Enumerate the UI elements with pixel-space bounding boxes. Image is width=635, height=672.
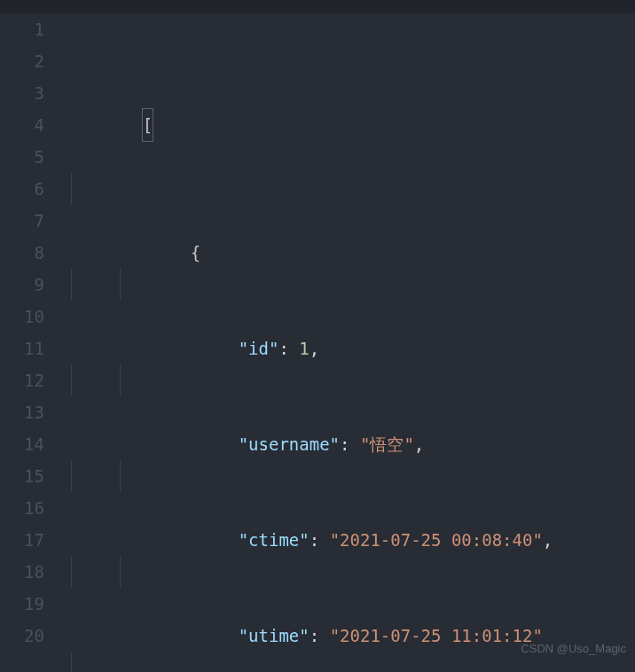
line-number: 3 bbox=[0, 77, 44, 109]
bracket-open: [ bbox=[142, 108, 153, 142]
line-number: 14 bbox=[0, 428, 44, 460]
line-number: 2 bbox=[0, 45, 44, 77]
line-number: 13 bbox=[0, 396, 44, 428]
json-key-id: "id" bbox=[239, 339, 279, 358]
line-number: 9 bbox=[0, 269, 44, 301]
code-line: "ctime": "2021-07-25 00:08:40", bbox=[62, 460, 635, 492]
json-value: "2021-07-25 00:08:40" bbox=[330, 530, 543, 550]
tab-bar bbox=[0, 0, 635, 13]
code-line: "id": 1, bbox=[62, 269, 635, 301]
json-key-ctime: "ctime" bbox=[239, 530, 310, 550]
line-number: 11 bbox=[0, 332, 44, 364]
code-line: "utime": "2021-07-25 11:01:12" bbox=[62, 556, 635, 588]
line-number: 16 bbox=[0, 492, 44, 524]
watermark: CSDN @Uso_Magic bbox=[521, 633, 626, 665]
line-number: 20 bbox=[0, 620, 44, 652]
line-gutter: 1 2 3 4 5 6 7 8 9 10 11 12 13 14 15 16 1… bbox=[0, 13, 62, 672]
line-number: 15 bbox=[0, 460, 44, 492]
line-number: 19 bbox=[0, 588, 44, 620]
code-line: { bbox=[62, 173, 635, 205]
line-number: 10 bbox=[0, 301, 44, 332]
line-number: 12 bbox=[0, 364, 44, 396]
json-value: 1 bbox=[299, 339, 309, 358]
json-value: "悟空" bbox=[360, 434, 414, 454]
line-number: 4 bbox=[0, 109, 44, 141]
line-number: 1 bbox=[0, 13, 44, 45]
code-content[interactable]: [ { "id": 1, "username": "悟空", "ctime": … bbox=[62, 13, 635, 672]
line-number: 6 bbox=[0, 173, 44, 205]
code-line: "username": "悟空", bbox=[62, 364, 635, 396]
json-key-username: "username" bbox=[239, 434, 340, 454]
json-key-utime: "utime" bbox=[239, 626, 310, 645]
line-number: 7 bbox=[0, 205, 44, 237]
line-number: 18 bbox=[0, 556, 44, 588]
brace-open: { bbox=[191, 243, 200, 262]
json-value: "2021-07-25 11:01:12" bbox=[330, 626, 543, 645]
code-line: [ bbox=[62, 77, 635, 109]
line-number: 17 bbox=[0, 524, 44, 556]
code-editor[interactable]: 1 2 3 4 5 6 7 8 9 10 11 12 13 14 15 16 1… bbox=[0, 13, 635, 672]
line-number: 8 bbox=[0, 237, 44, 269]
line-number: 5 bbox=[0, 141, 44, 173]
